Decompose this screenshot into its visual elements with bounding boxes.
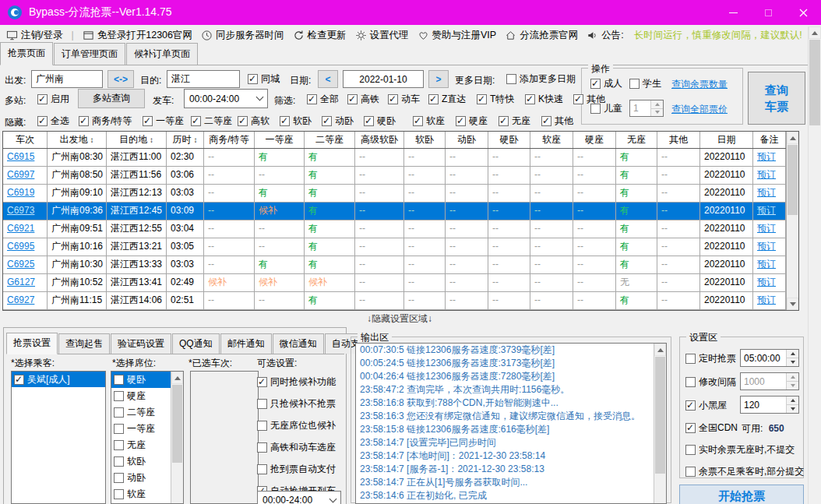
column-header-硬卧[interactable]: 硬卧 bbox=[488, 132, 530, 148]
table-row[interactable]: C6925广州南10:30湛江西13:3303:03--有有----------… bbox=[3, 256, 798, 274]
book-link[interactable]: 预订 bbox=[753, 256, 786, 273]
filter-checkbox-全部[interactable]: 全部 bbox=[307, 93, 339, 106]
table-row[interactable]: C6915广州南08:30湛江西11:0002:30--有有----------… bbox=[3, 149, 798, 167]
add-more-dates-checkbox[interactable]: 添加更多日期 bbox=[506, 72, 576, 86]
menu-item-[interactable]: 分流抢票官网 bbox=[505, 29, 578, 42]
hide-checkbox-一等座[interactable]: 一等座 bbox=[143, 115, 184, 128]
train-link[interactable]: C6921 bbox=[3, 220, 48, 238]
passenger-list[interactable]: 吴斌[成人] bbox=[11, 371, 106, 504]
table-row[interactable]: C6995广州南10:16湛江西13:2103:05----有---------… bbox=[3, 238, 798, 256]
query-tickets-button[interactable]: 查询 车票 bbox=[748, 72, 805, 125]
column-header-一等座[interactable]: 一等座 bbox=[255, 132, 305, 148]
query-price-link[interactable]: 查询全部票价 bbox=[671, 103, 728, 116]
tab-QQ通知[interactable]: QQ通知 bbox=[172, 333, 220, 354]
train-link[interactable]: C6973 bbox=[3, 203, 48, 220]
depart-time-select[interactable]: 00:00-24:00 bbox=[184, 89, 268, 108]
book-link[interactable]: 预订 bbox=[753, 292, 786, 309]
seat-item[interactable]: 软卧 bbox=[111, 453, 171, 470]
seat-item[interactable]: 无座 bbox=[111, 437, 171, 453]
seat-checkbox[interactable]: 软座 bbox=[114, 488, 146, 501]
passenger-item[interactable]: 吴斌[成人] bbox=[12, 372, 105, 387]
seat-checkbox[interactable]: 无座 bbox=[114, 439, 146, 452]
option-checkbox-同时抢候补功能[interactable]: 同时抢候补功能 bbox=[257, 375, 336, 389]
train-link[interactable]: C6997 bbox=[3, 167, 48, 184]
book-link[interactable]: 预订 bbox=[753, 185, 786, 202]
book-link[interactable]: 预订 bbox=[753, 238, 786, 256]
book-link[interactable]: 预订 bbox=[753, 274, 786, 291]
column-header-其他[interactable]: 其他 bbox=[657, 132, 700, 148]
close-button[interactable] bbox=[786, 0, 821, 25]
seat-checkbox[interactable]: 二等座 bbox=[114, 406, 155, 419]
scrollbar-thumb[interactable] bbox=[809, 40, 820, 125]
query-remaining-link[interactable]: 查询余票数量 bbox=[671, 78, 728, 91]
table-row[interactable]: C6921广州南09:51湛江西12:5503:04----有---------… bbox=[3, 220, 798, 238]
train-link[interactable]: C6927 bbox=[3, 292, 48, 309]
seat-item[interactable]: 动卧 bbox=[111, 470, 171, 486]
depart-input[interactable]: 广州南 bbox=[31, 70, 103, 88]
column-header-目的地[interactable]: 目的地↕ bbox=[107, 132, 167, 148]
filter-checkbox-Z直达[interactable]: Z直达 bbox=[428, 93, 466, 106]
window-scrollbar[interactable] bbox=[808, 26, 821, 504]
spin-up-icon[interactable] bbox=[787, 373, 798, 381]
column-header-硬座[interactable]: 硬座 bbox=[573, 132, 616, 148]
start-grab-button[interactable]: 开始抢票 bbox=[679, 485, 804, 504]
table-row[interactable]: C6997广州南08:50湛江西11:5603:06----有---------… bbox=[3, 167, 798, 185]
column-header-历时[interactable]: 历时↕ bbox=[167, 132, 204, 148]
seat-item[interactable]: 硬卧 bbox=[111, 372, 171, 388]
train-link[interactable]: C6919 bbox=[3, 185, 48, 202]
table-row[interactable]: G6127广州南10:52湛江西13:4102:49候补候补候补--------… bbox=[3, 274, 798, 292]
menu-item-12306[interactable]: 免登录打开12306官网 bbox=[83, 29, 192, 42]
selected-trains-list[interactable] bbox=[190, 371, 259, 504]
blackroom-checkbox[interactable]: 小黑屋 bbox=[685, 399, 727, 412]
tab-查询起售[interactable]: 查询起售 bbox=[58, 333, 110, 354]
book-link[interactable]: 预订 bbox=[753, 167, 786, 184]
option-time-range-select[interactable]: 00:00-24:00 bbox=[257, 491, 341, 504]
column-header-动卧[interactable]: 动卧 bbox=[446, 132, 488, 148]
seat-scrollbar[interactable] bbox=[171, 372, 183, 503]
hide-checkbox-高软[interactable]: 高软 bbox=[238, 115, 270, 128]
seat-item[interactable]: 二等座 bbox=[111, 404, 171, 421]
prev-date-button[interactable]: < bbox=[318, 70, 338, 88]
scroll-up-icon[interactable] bbox=[809, 26, 821, 39]
spin-down-icon[interactable] bbox=[787, 381, 798, 389]
interval-stepper[interactable]: 1000 bbox=[740, 372, 799, 390]
output-log-list[interactable]: 00:07:30:5 链接12306服务器速度:3739毫秒[差]00:05:2… bbox=[355, 343, 667, 504]
menu-item-[interactable]: 公告: bbox=[587, 29, 623, 42]
filter-checkbox-动车[interactable]: 动车 bbox=[388, 93, 420, 106]
no-seat-no-submit-checkbox[interactable]: 实时余票无座时,不提交 bbox=[685, 443, 795, 456]
hide-checkbox-硬卧[interactable]: 硬卧 bbox=[364, 115, 396, 128]
scroll-up-icon[interactable] bbox=[171, 372, 183, 384]
table-row[interactable]: C6919广州南09:10湛江西12:1303:03--有有----------… bbox=[3, 185, 798, 203]
next-date-button[interactable]: > bbox=[428, 70, 449, 88]
spin-down-icon[interactable] bbox=[651, 108, 663, 117]
timed-grab-checkbox[interactable]: 定时抢票 bbox=[685, 352, 736, 365]
output-scrollbar[interactable] bbox=[654, 344, 666, 503]
column-header-日期[interactable]: 日期 bbox=[700, 132, 753, 148]
menu-item-[interactable]: 同步服务器时间 bbox=[201, 29, 284, 42]
seat-item[interactable]: 硬座 bbox=[111, 388, 171, 404]
child-count-stepper[interactable]: 1 bbox=[629, 100, 664, 117]
train-link[interactable]: C6915 bbox=[3, 149, 48, 166]
spin-up-icon[interactable] bbox=[651, 100, 663, 108]
tab-订单管理页面[interactable]: 订单管理页面 bbox=[54, 43, 125, 65]
column-header-出发地[interactable]: 出发地↕ bbox=[48, 132, 107, 148]
book-link[interactable]: 预订 bbox=[753, 203, 786, 220]
student-checkbox[interactable]: 学生 bbox=[629, 77, 661, 90]
hide-checkbox-硬座[interactable]: 硬座 bbox=[456, 115, 488, 128]
tab-候补订单页面[interactable]: 候补订单页面 bbox=[126, 43, 198, 65]
hide-checkbox-软卧[interactable]: 软卧 bbox=[280, 115, 312, 128]
spin-down-icon[interactable] bbox=[787, 404, 798, 413]
book-link[interactable]: 预订 bbox=[753, 220, 786, 238]
passenger-checkbox[interactable]: 吴斌[成人] bbox=[14, 373, 70, 386]
hide-checkbox-二等座[interactable]: 二等座 bbox=[191, 115, 232, 128]
seat-item[interactable]: 软座 bbox=[111, 486, 171, 502]
filter-checkbox-K快速[interactable]: K快速 bbox=[525, 93, 563, 106]
book-link[interactable]: 预订 bbox=[753, 149, 786, 166]
filter-checkbox-T特快[interactable]: T特快 bbox=[477, 93, 514, 106]
tab-邮件通知[interactable]: 邮件通知 bbox=[220, 333, 272, 354]
tab-验证码设置[interactable]: 验证码设置 bbox=[111, 333, 171, 354]
scrollbar-thumb[interactable] bbox=[172, 385, 182, 463]
seat-item[interactable]: 一等座 bbox=[111, 421, 171, 437]
scroll-down-icon[interactable] bbox=[787, 298, 798, 310]
swap-stations-button[interactable]: <-> bbox=[107, 70, 134, 88]
